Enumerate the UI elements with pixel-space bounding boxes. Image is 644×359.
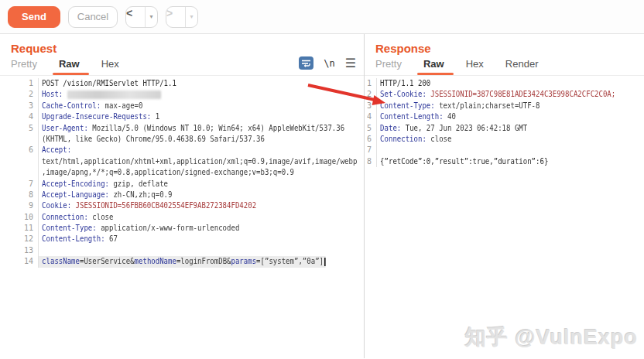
code-line: ,image/apng,*/*;q=0.8,application/signed…: [0, 167, 364, 178]
line-text: ,image/apng,*/*;q=0.8,application/signed…: [39, 167, 294, 178]
line-text: text/html,application/xhtml+xml,applicat…: [39, 156, 357, 167]
line-text: Connection: close: [377, 134, 451, 145]
tab-hex[interactable]: Hex: [101, 58, 119, 70]
code-line: 9Cookie: JSESSIONID=56FBB60CB402554EF9AB…: [0, 200, 364, 211]
code-line: 10Connection: close: [0, 212, 364, 223]
line-text: Host:: [39, 89, 161, 100]
code-line: 12Content-Length: 67: [0, 234, 364, 244]
code-line: 3Content-Type: text/plain;charset=UTF-8: [365, 101, 644, 111]
code-line: 7Accept-Encoding: gzip, deflate: [0, 179, 364, 190]
cancel-button[interactable]: Cancel: [68, 6, 118, 28]
line-text: Set-Cookie: JSESSIONID=387C98E81ADE3424C…: [377, 89, 615, 100]
line-number: 1: [0, 78, 39, 89]
line-number: [0, 134, 39, 145]
code-line: 5User-Agent: Mozilla/5.0 (Windows NT 10.…: [0, 123, 364, 134]
tab-hex[interactable]: Hex: [466, 58, 484, 70]
code-line: 11Content-Type: application/x-www-form-u…: [0, 223, 364, 234]
line-number: 2: [365, 89, 377, 100]
response-panel: Response PrettyRawHexRender 1HTTP/1.1 20…: [365, 34, 644, 358]
line-text: Accept-Encoding: gzip, deflate: [39, 179, 168, 190]
history-back-group: < ▾: [125, 6, 158, 28]
line-number: 7: [0, 179, 39, 190]
line-text: HTTP/1.1 200: [377, 78, 430, 89]
code-line: 2Set-Cookie: JSESSIONID=387C98E81ADE3424…: [365, 89, 644, 100]
code-line: 6Connection: close: [365, 134, 644, 145]
line-number: 11: [0, 223, 39, 234]
line-number: 13: [0, 245, 39, 256]
line-number: 5: [0, 123, 39, 134]
request-editor-icons: \n ☰: [299, 56, 356, 70]
line-number: 5: [365, 123, 377, 134]
history-forward-group: > ▾: [166, 6, 198, 28]
line-number: 4: [0, 111, 39, 122]
history-back-dropdown[interactable]: ▾: [145, 7, 157, 27]
line-number: 12: [0, 234, 39, 244]
tab-pretty[interactable]: Pretty: [375, 58, 402, 70]
line-number: 6: [0, 145, 39, 156]
code-line: 8Accept-Language: zh-CN,zh;q=0.9: [0, 190, 364, 200]
code-line: 7: [365, 145, 644, 156]
line-text: Content-Length: 67: [39, 234, 118, 244]
code-line: (KHTML, like Gecko) Chrome/95.0.4638.69 …: [0, 134, 364, 145]
code-line: 4Content-Length: 40: [365, 111, 644, 122]
word-wrap-icon[interactable]: [299, 56, 313, 70]
history-forward-button[interactable]: >: [166, 7, 185, 27]
history-back-button[interactable]: <: [126, 7, 145, 27]
line-text: className=UserService&methodName=loginFr…: [39, 256, 325, 267]
line-text: {”retCode”:0,”result”:true,”duration”:6}: [377, 156, 548, 167]
code-line: 14className=UserService&methodName=login…: [0, 256, 364, 267]
line-text: Accept:: [39, 145, 71, 156]
line-text: Content-Length: 40: [377, 111, 456, 122]
line-number: 14: [0, 256, 39, 267]
line-text: (KHTML, like Gecko) Chrome/95.0.4638.69 …: [39, 134, 265, 145]
code-line: 1POST /vision/RMIServlet HTTP/1.1: [0, 78, 364, 89]
response-editor[interactable]: 1HTTP/1.1 2002Set-Cookie: JSESSIONID=387…: [365, 78, 644, 167]
request-title: Request: [11, 42, 364, 55]
repeater-window: Send Cancel < ▾ > ▾ Request PrettyRawHex: [0, 0, 644, 359]
line-number: [0, 156, 39, 167]
line-number: 8: [0, 190, 39, 200]
history-forward-dropdown[interactable]: ▾: [185, 7, 197, 27]
newline-icon[interactable]: \n: [324, 58, 334, 69]
response-tabs: PrettyRawHexRender: [365, 56, 644, 76]
line-text: [39, 245, 42, 256]
code-line: 6Accept:: [0, 145, 364, 156]
code-line: 2Host:: [0, 89, 364, 100]
request-editor[interactable]: 1POST /vision/RMIServlet HTTP/1.12Host: …: [0, 78, 364, 268]
line-text: Content-Type: application/x-www-form-url…: [39, 223, 239, 234]
line-number: 9: [0, 200, 39, 211]
request-tabs: PrettyRawHex \n ☰: [0, 56, 364, 76]
line-text: Connection: close: [39, 212, 113, 223]
response-title: Response: [375, 42, 644, 55]
line-text: [377, 145, 380, 156]
editor-menu-icon[interactable]: ☰: [345, 57, 356, 70]
code-line: 8{”retCode”:0,”result”:true,”duration”:6…: [365, 156, 644, 167]
tab-pretty[interactable]: Pretty: [11, 58, 37, 70]
line-number: 2: [0, 89, 39, 100]
code-line: 4Upgrade-Insecure-Requests: 1: [0, 111, 364, 122]
line-number: 3: [0, 101, 39, 111]
line-text: POST /vision/RMIServlet HTTP/1.1: [39, 78, 176, 89]
line-number: 8: [365, 156, 377, 167]
split-view: Request PrettyRawHex \n ☰ 1POST /vision/…: [0, 34, 644, 358]
line-number: [0, 167, 39, 178]
redacted-host-value: [67, 91, 161, 99]
line-text: Cookie: JSESSIONID=56FBB60CB402554EF9AB2…: [39, 200, 256, 211]
code-line: 1HTTP/1.1 200: [365, 78, 644, 89]
line-text: Cache-Control: max-age=0: [39, 101, 142, 111]
tab-raw[interactable]: Raw: [59, 58, 80, 70]
tab-raw[interactable]: Raw: [423, 58, 444, 70]
toolbar: Send Cancel < ▾ > ▾: [0, 0, 644, 34]
send-button[interactable]: Send: [8, 6, 60, 28]
line-number: 1: [365, 78, 377, 89]
code-line: 3Cache-Control: max-age=0: [0, 101, 364, 111]
tab-render[interactable]: Render: [505, 58, 539, 70]
line-number: 4: [365, 111, 377, 122]
code-line: 13: [0, 245, 364, 256]
line-number: 6: [365, 134, 377, 145]
request-panel: Request PrettyRawHex \n ☰ 1POST /vision/…: [0, 34, 365, 358]
text-caret: [324, 258, 326, 266]
watermark: 知乎 @VulnExpo: [465, 323, 638, 351]
code-line: 5Date: Tue, 27 Jun 2023 06:42:18 GMT: [365, 123, 644, 134]
line-number: 3: [365, 101, 377, 111]
